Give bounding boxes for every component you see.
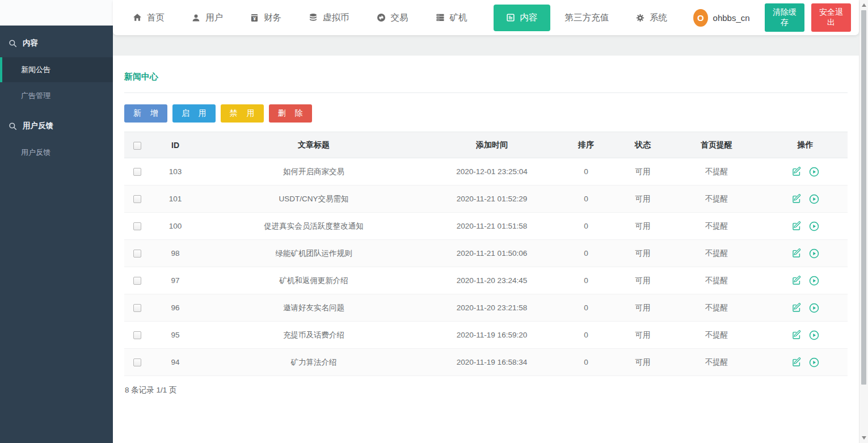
delete-button[interactable]: 删 除 xyxy=(269,104,312,123)
row-checkbox[interactable] xyxy=(133,168,141,176)
avatar[interactable]: O xyxy=(693,9,708,27)
sidebar-section-label: 内容 xyxy=(23,38,38,48)
cell-id: 100 xyxy=(150,213,200,240)
play-icon[interactable] xyxy=(809,194,819,204)
play-icon[interactable] xyxy=(809,248,819,259)
edit-icon[interactable] xyxy=(792,221,802,231)
table-row: 94 矿力算法介绍 2020-11-19 16:58:34 0 可用 不提醒 xyxy=(124,349,848,376)
row-checkbox[interactable] xyxy=(133,331,141,339)
row-checkbox[interactable] xyxy=(133,304,141,312)
column-header: 操作 xyxy=(763,132,848,158)
nav-item-label: 系统 xyxy=(650,12,667,24)
row-checkbox[interactable] xyxy=(133,250,141,258)
cell-time: 2020-11-21 01:52:29 xyxy=(427,185,557,213)
svg-text:¥: ¥ xyxy=(253,15,256,21)
clear-cache-button[interactable]: 清除缓存 xyxy=(765,3,804,32)
table-row: 100 促进真实会员活跃度整改通知 2020-11-21 01:51:58 0 … xyxy=(124,213,848,240)
sidebar-item[interactable]: 用户反馈 xyxy=(0,140,113,165)
nav-item-label: 内容 xyxy=(520,12,538,24)
cell-id: 103 xyxy=(150,158,200,185)
cell-status: 可用 xyxy=(616,267,670,294)
play-icon[interactable] xyxy=(809,330,819,340)
row-actions xyxy=(763,303,848,313)
main-column: 首页 用户 ¥ 财务 虚拟币 交易 矿机 内容 第三方充值 系统 O ohbbs… xyxy=(113,0,868,443)
sidebar-menu: 内容 新闻公告广告管理 用户反馈 用户反馈 xyxy=(0,30,113,165)
nav-item-label: 财务 xyxy=(264,12,281,24)
cell-sort: 0 xyxy=(557,349,616,376)
nav-item-finance[interactable]: ¥ 财务 xyxy=(249,7,283,28)
nav-user-area: O ohbbs_cn 清除缓存 安全退出 xyxy=(693,3,851,32)
logout-button[interactable]: 安全退出 xyxy=(811,3,851,32)
sidebar-item[interactable]: 新闻公告 xyxy=(0,57,113,82)
cell-time: 2020-11-20 23:21:58 xyxy=(427,294,557,322)
nav-item-vcoin[interactable]: 虚拟币 xyxy=(307,7,351,28)
vertical-scrollbar xyxy=(859,0,868,443)
edit-icon[interactable] xyxy=(792,167,802,176)
user-icon xyxy=(192,14,200,22)
cell-time: 2020-11-21 01:51:58 xyxy=(427,213,557,240)
scrollbar-thumb[interactable] xyxy=(861,10,866,385)
row-checkbox[interactable] xyxy=(133,277,141,285)
sidebar-section-header[interactable]: 用户反馈 xyxy=(0,113,113,139)
exchange-icon xyxy=(377,13,386,22)
table-header-row: ID文章标题添加时间排序状态首页提醒操作 xyxy=(124,132,848,158)
nav-item-home[interactable]: 首页 xyxy=(132,7,166,28)
edit-icon[interactable] xyxy=(792,194,802,204)
nav-item-recharge[interactable]: 第三方充值 xyxy=(564,7,610,28)
cell-title: 促进真实会员活跃度整改通知 xyxy=(200,213,427,240)
sidebar-section-header[interactable]: 内容 xyxy=(0,30,113,56)
table-row: 95 充提币及话费介绍 2020-11-19 16:59:20 0 可用 不提醒 xyxy=(124,322,848,349)
row-actions xyxy=(763,194,848,204)
cell-sort: 0 xyxy=(557,185,616,213)
row-actions xyxy=(763,167,848,177)
edit-icon[interactable] xyxy=(792,303,802,313)
nav-item-miner[interactable]: 矿机 xyxy=(435,7,469,28)
cell-title: 邀请好友实名问题 xyxy=(200,294,427,322)
cell-sort: 0 xyxy=(557,213,616,240)
row-checkbox[interactable] xyxy=(133,222,141,230)
nav-item-system[interactable]: 系统 xyxy=(635,7,668,28)
disable-button[interactable]: 禁 用 xyxy=(221,104,264,123)
sidebar-top-spacer xyxy=(0,0,113,26)
cell-title: 绿能矿机团队运作规则 xyxy=(200,240,427,267)
nav-item-label: 用户 xyxy=(205,12,223,24)
play-icon[interactable] xyxy=(809,276,819,286)
row-actions xyxy=(763,221,848,231)
table-row: 97 矿机和返佣更新介绍 2020-11-20 23:24:45 0 可用 不提… xyxy=(124,267,848,294)
cell-status: 可用 xyxy=(616,322,670,349)
gear-icon xyxy=(636,14,644,22)
edit-icon[interactable] xyxy=(792,330,802,340)
server-icon xyxy=(436,13,445,22)
play-icon[interactable] xyxy=(809,357,819,368)
enable-button[interactable]: 启 用 xyxy=(172,104,216,123)
cell-title: 充提币及话费介绍 xyxy=(200,322,427,349)
nav-item-content[interactable]: 内容 xyxy=(494,5,550,31)
cell-remind: 不提醒 xyxy=(670,267,763,294)
nav-item-users[interactable]: 用户 xyxy=(191,7,224,28)
coins-icon xyxy=(309,13,318,22)
sidebar-item[interactable]: 广告管理 xyxy=(0,83,113,108)
play-icon[interactable] xyxy=(809,303,819,313)
edit-icon[interactable] xyxy=(792,357,802,367)
table-row: 96 邀请好友实名问题 2020-11-20 23:21:58 0 可用 不提醒 xyxy=(124,294,848,322)
play-icon[interactable] xyxy=(809,167,819,177)
cell-status: 可用 xyxy=(616,185,670,213)
cell-remind: 不提醒 xyxy=(670,213,763,240)
column-header: ID xyxy=(150,132,200,158)
scroll-up-arrow[interactable] xyxy=(862,3,866,7)
row-checkbox[interactable] xyxy=(133,195,141,203)
cell-status: 可用 xyxy=(616,349,670,376)
cell-id: 101 xyxy=(150,185,200,213)
row-checkbox[interactable] xyxy=(133,358,141,366)
username[interactable]: ohbbs_cn xyxy=(713,13,750,23)
cell-sort: 0 xyxy=(557,158,616,185)
cell-status: 可用 xyxy=(616,213,670,240)
scroll-down-arrow[interactable] xyxy=(862,436,866,440)
select-all-checkbox[interactable] xyxy=(133,142,141,150)
nav-item-trade[interactable]: 交易 xyxy=(376,7,410,28)
add-button[interactable]: 新 增 xyxy=(124,104,167,123)
edit-icon[interactable] xyxy=(792,276,802,285)
admin-app: 内容 新闻公告广告管理 用户反馈 用户反馈 首页 用户 ¥ 财务 虚拟币 交易 … xyxy=(0,0,868,443)
play-icon[interactable] xyxy=(809,221,819,231)
edit-icon[interactable] xyxy=(792,248,802,258)
